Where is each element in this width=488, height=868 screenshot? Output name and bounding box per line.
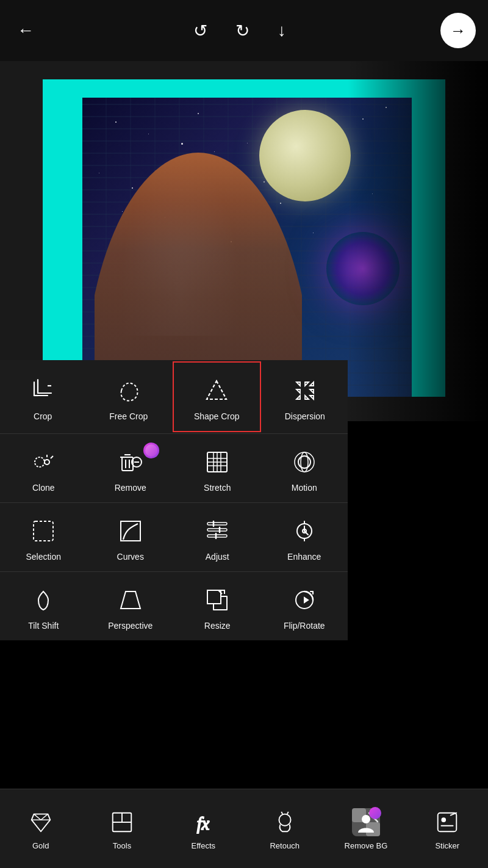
tool-remove[interactable]: Remove	[87, 434, 174, 502]
bottom-tools[interactable]: Tools	[81, 800, 162, 858]
tool-enhance[interactable]: Enhance	[261, 503, 348, 571]
undo-button[interactable]: ↺	[188, 16, 212, 46]
svg-rect-14	[122, 457, 133, 471]
bottom-remove-bg[interactable]: Remove BG	[325, 800, 406, 858]
header-right: →	[440, 13, 476, 48]
tools-row-4: Tilt Shift Perspective Re	[0, 572, 348, 640]
header: ← ↺ ↻ ↓ →	[0, 0, 488, 61]
enhance-icon	[289, 515, 320, 547]
gold-icon	[26, 807, 56, 837]
tool-free-crop[interactable]: Free Crop	[86, 360, 172, 433]
svg-line-51	[34, 814, 40, 820]
moon	[259, 110, 351, 201]
adjust-label: Adjust	[206, 552, 229, 562]
svg-rect-47	[207, 590, 221, 604]
tool-tilt-shift[interactable]: Tilt Shift	[0, 572, 87, 640]
crop-label: Crop	[34, 411, 52, 421]
back-button[interactable]: ←	[12, 16, 39, 45]
header-center: ↺ ↻ ↓	[188, 16, 291, 46]
svg-marker-2	[296, 382, 300, 386]
svg-rect-66	[438, 813, 457, 832]
header-left: ←	[12, 16, 39, 45]
tool-motion[interactable]: Motion	[261, 434, 348, 502]
clone-label: Clone	[32, 483, 55, 493]
remove-bg-label: Remove BG	[345, 841, 388, 850]
svg-rect-31	[34, 521, 53, 541]
dispersion-icon	[289, 375, 321, 407]
redo-button[interactable]: ↻	[231, 16, 254, 46]
svg-point-64	[362, 815, 370, 823]
tools-panel: Crop Free Crop Shape Crop	[0, 360, 348, 640]
bottom-bar: Gold Tools fx Effects Re	[0, 789, 488, 868]
download-button[interactable]: ↓	[273, 16, 291, 45]
curves-label: Curves	[117, 552, 144, 562]
tool-perspective[interactable]: Perspective	[87, 572, 174, 640]
selection-label: Selection	[26, 552, 61, 562]
retouch-icon	[270, 807, 300, 837]
remove-bg-icon-container	[351, 807, 381, 837]
tool-adjust[interactable]: Adjust	[174, 503, 261, 571]
tool-selection[interactable]: Selection	[0, 503, 87, 571]
svg-rect-34	[207, 529, 227, 531]
svg-point-29	[295, 452, 314, 472]
tool-curves[interactable]: Curves	[87, 503, 174, 571]
motion-icon	[289, 446, 320, 478]
tool-clone[interactable]: Clone	[0, 434, 87, 502]
motion-label: Motion	[292, 483, 317, 493]
svg-line-59	[281, 812, 282, 814]
svg-marker-4	[310, 382, 314, 386]
remove-badge-inner	[145, 444, 157, 457]
bottom-sticker[interactable]: Sticker	[407, 800, 488, 858]
resize-label: Resize	[204, 621, 231, 631]
flip-rotate-label: Flip/Rotate	[284, 621, 325, 631]
svg-point-58	[279, 814, 290, 826]
tool-flip-rotate[interactable]: Flip/Rotate	[261, 572, 348, 640]
tool-stretch[interactable]: Stretch	[174, 434, 261, 502]
remove-badge	[143, 443, 159, 458]
tool-resize[interactable]: Resize	[174, 572, 261, 640]
dispersion-label: Dispersion	[285, 411, 325, 421]
bottom-retouch[interactable]: Retouch	[244, 800, 325, 858]
tool-dispersion[interactable]: Dispersion	[262, 360, 348, 433]
clone-icon	[27, 446, 59, 478]
gold-label: Gold	[32, 841, 49, 850]
svg-marker-3	[305, 382, 309, 386]
adjust-icon	[201, 515, 233, 547]
tool-shape-crop[interactable]: Shape Crop	[173, 361, 261, 432]
resize-icon	[201, 584, 233, 616]
free-crop-label: Free Crop	[109, 411, 148, 421]
shape-crop-icon	[201, 375, 232, 407]
svg-marker-7	[296, 396, 300, 399]
sticker-label: Sticker	[435, 841, 459, 850]
remove-label: Remove	[115, 483, 146, 493]
bottom-gold[interactable]: Gold	[0, 800, 81, 858]
tools-row-2: Clone Remove	[0, 434, 348, 503]
svg-text:fx: fx	[197, 814, 210, 833]
effects-icon: fx	[188, 807, 218, 837]
svg-marker-50	[304, 598, 308, 602]
perspective-icon	[115, 584, 146, 616]
tool-crop[interactable]: Crop	[0, 360, 86, 433]
free-crop-icon	[113, 375, 145, 407]
svg-rect-33	[207, 523, 227, 525]
tools-row-1: Crop Free Crop Shape Crop	[0, 360, 348, 434]
tilt-shift-icon	[27, 584, 59, 616]
effects-label: Effects	[192, 841, 216, 850]
svg-marker-8	[305, 396, 309, 399]
sticker-icon	[432, 807, 462, 837]
svg-point-11	[45, 460, 49, 465]
stretch-icon	[201, 446, 233, 478]
svg-line-60	[287, 812, 288, 814]
svg-marker-9	[310, 396, 314, 399]
tools-label: Tools	[113, 841, 131, 850]
next-button[interactable]: →	[440, 13, 476, 48]
svg-point-67	[442, 818, 446, 822]
curves-icon	[115, 515, 146, 547]
bottom-effects[interactable]: fx Effects	[163, 800, 244, 858]
selection-icon	[27, 515, 59, 547]
perspective-label: Perspective	[108, 621, 152, 631]
remove-bg-badge	[369, 807, 381, 819]
svg-point-10	[35, 457, 45, 467]
enhance-label: Enhance	[287, 552, 321, 562]
flip-rotate-icon	[289, 584, 320, 616]
